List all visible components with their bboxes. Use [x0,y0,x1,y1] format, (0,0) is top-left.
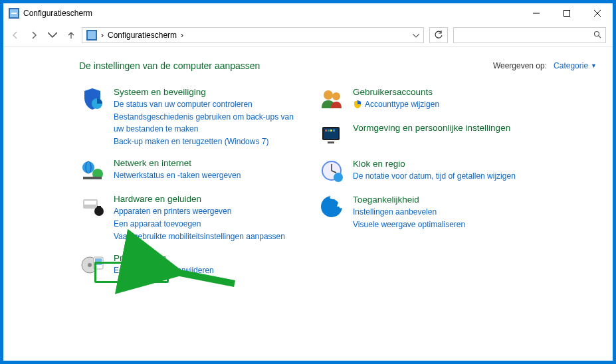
category-title[interactable]: Netwerk en internet [114,158,191,168]
view-by: Weergeven op: Categorie ▼ [493,61,597,70]
uac-shield-icon [353,100,362,109]
system-security-icon [79,86,106,112]
address-dropdown-icon[interactable] [413,31,419,40]
category-title[interactable]: Toegankelijkheid [353,195,419,205]
svg-rect-15 [83,177,102,179]
category-title[interactable]: Hardware en geluiden [114,194,201,204]
svg-point-36 [334,173,343,182]
chevron-down-icon: ▼ [591,62,597,69]
category-system-security: Systeem en beveiliging De status van uw … [79,86,305,147]
category-title[interactable]: Klok en regio [353,159,405,169]
view-by-dropdown[interactable]: Categorie ▼ [554,61,597,70]
control-panel-icon [86,30,97,41]
navbar: › Configuratiescherm › [3,23,613,47]
category-link[interactable]: De notatie voor datum, tijd of getallen … [353,170,516,183]
column-left: Systeem en beveiliging De status van uw … [79,86,305,288]
back-button[interactable] [7,27,23,43]
category-link[interactable]: Een apparaat toevoegen [114,218,285,230]
svg-rect-31 [333,130,335,132]
svg-rect-8 [88,31,96,39]
maximize-button[interactable] [552,3,582,23]
svg-rect-2 [11,13,17,14]
category-network-internet: Netwerk en internet Netwerkstatus en -ta… [79,157,305,183]
close-button[interactable] [582,3,613,23]
breadcrumb-sep: › [181,31,183,40]
svg-rect-17 [84,201,96,205]
window-title: Configuratiescherm [23,9,521,18]
category-title[interactable]: Systeem en beveiliging [114,87,206,97]
category-link[interactable]: Instellingen aanbevelen [353,206,465,219]
svg-point-21 [88,263,92,267]
category-clock-region: Klok en regio De notatie voor datum, tij… [318,157,544,184]
svg-point-25 [332,92,340,100]
category-appearance: Vormgeving en persoonlijke instellingen [318,122,544,148]
annotation-highlight-box [94,262,169,283]
svg-rect-4 [564,11,570,17]
breadcrumb-sep: › [101,31,104,40]
search-input[interactable] [458,31,593,40]
network-internet-icon [79,157,106,183]
category-columns: Systeem en beveiliging De status van uw … [19,86,597,288]
category-link[interactable]: Netwerkstatus en -taken weergeven [114,169,241,182]
category-link[interactable]: Apparaten en printers weergeven [114,205,285,218]
breadcrumb-root[interactable]: Configuratiescherm [108,31,177,40]
ease-of-access-icon [318,193,345,220]
forward-button[interactable] [26,27,42,43]
clock-region-icon [318,157,345,184]
svg-rect-29 [328,130,330,132]
svg-point-24 [324,90,333,100]
category-link[interactable]: De status van uw computer controleren [114,98,305,111]
window: Configuratiescherm › Configuratiescherm … [3,3,613,361]
recent-dropdown[interactable] [45,27,60,43]
svg-rect-19 [97,206,101,209]
svg-point-9 [595,31,599,36]
svg-line-10 [599,36,601,38]
search-box[interactable] [453,27,606,43]
category-link[interactable]: Visuele weergave optimaliseren [353,219,465,231]
svg-line-38 [173,272,235,284]
titlebar: Configuratiescherm [3,3,613,23]
window-controls [521,3,613,23]
appearance-icon [318,122,345,148]
up-button[interactable] [63,27,79,43]
category-hardware-sound: Hardware en geluiden Apparaten en printe… [79,193,305,242]
refresh-button[interactable] [429,27,448,43]
category-link[interactable]: Accounttype wijzigen [353,98,439,111]
svg-point-12 [82,161,94,173]
category-ease-of-access: Toegankelijkheid Instellingen aanbevelen… [318,193,544,230]
annotation-arrow [168,264,241,293]
minimize-button[interactable] [521,3,552,23]
column-right: Gebruikersaccounts Accounttype wijzigen [318,86,544,288]
search-icon [593,29,601,41]
hardware-sound-icon [79,193,106,219]
category-title[interactable]: Gebruikersaccounts [353,87,433,97]
heading-row: De instellingen van de computer aanpasse… [19,60,597,71]
svg-rect-28 [325,130,327,132]
category-link[interactable]: Bestandsgeschiedenis gebruiken om back-u… [114,111,305,136]
category-title[interactable]: Vormgeving en persoonlijke instellingen [353,123,510,133]
user-accounts-icon [318,86,345,112]
category-link[interactable]: Vaak gebruikte mobiliteitsinstellingen a… [114,230,285,243]
svg-rect-32 [328,141,334,143]
view-by-value: Categorie [554,61,588,70]
view-by-label: Weergeven op: [493,61,547,70]
control-panel-icon [9,8,19,19]
content-area: De instellingen van de computer aanpasse… [3,47,613,361]
category-link[interactable]: Back-up maken en terugzetten (Windows 7) [114,136,305,148]
page-heading: De instellingen van de computer aanpasse… [79,60,260,71]
address-bar[interactable]: › Configuratiescherm › [82,27,424,43]
category-user-accounts: Gebruikersaccounts Accounttype wijzigen [318,86,544,112]
svg-rect-30 [330,130,332,132]
